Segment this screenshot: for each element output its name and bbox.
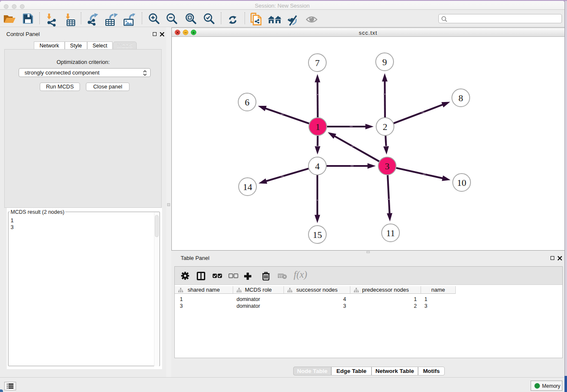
svg-text:4: 4: [315, 161, 320, 171]
svg-text:11: 11: [386, 228, 395, 238]
svg-text:7: 7: [315, 58, 320, 68]
svg-text:14: 14: [243, 182, 252, 192]
svg-text:2: 2: [383, 121, 388, 132]
svg-text:10: 10: [457, 177, 466, 188]
svg-text:15: 15: [313, 229, 322, 240]
svg-text:6: 6: [245, 97, 250, 108]
svg-text:1: 1: [316, 121, 320, 132]
svg-text:8: 8: [459, 93, 463, 103]
svg-text:3: 3: [385, 161, 390, 171]
svg-text:9: 9: [383, 57, 387, 67]
